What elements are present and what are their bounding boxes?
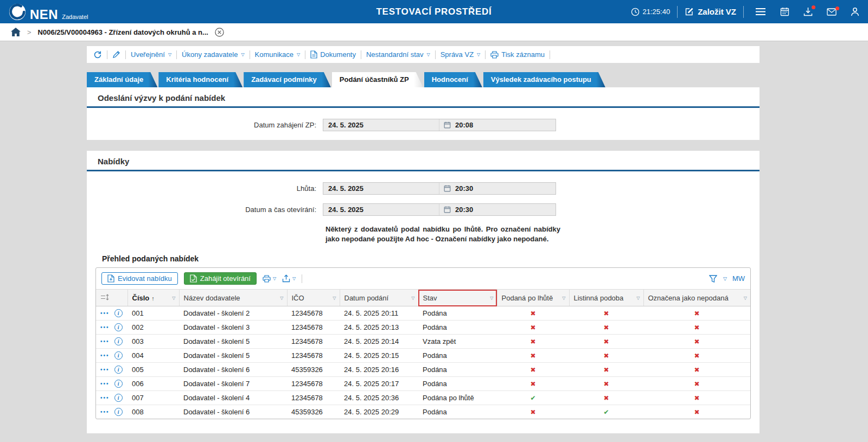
column-filter-icon[interactable]: ▽ [280,296,283,300]
evidovat-nabidku-button[interactable]: Evidovat nabídku [101,272,178,285]
info-icon[interactable]: i [114,408,123,416]
row-actions-icon[interactable]: ••• [100,395,110,401]
toolbar-item-nestandardni-stav[interactable]: Nestandardní stav▽ [366,50,430,59]
cell-datum: 24. 5. 2025 20:29 [340,405,418,419]
column-header-stav[interactable]: Stav▽ [418,290,497,306]
tab-podani-ucastniku-zp[interactable]: Podání účastníků ZP [332,72,423,87]
table-row[interactable]: •••i007Dodavatel - školení 41234567824. … [96,391,750,405]
toolbar-item-ukony-zadavatele[interactable]: Úkony zadavatele▽ [182,50,245,59]
column-header-po-lhute[interactable]: Podaná po lhůtě▽ [497,290,569,306]
row-tools-cell: •••i [96,405,127,419]
calendar-icon[interactable] [444,185,451,192]
column-header-listinna[interactable]: Listinná podoba▽ [569,290,643,306]
menu-button[interactable] [755,8,766,16]
column-config-icon[interactable] [100,294,109,300]
column-header-datum[interactable]: Datum podání▽ [340,290,418,306]
cross-icon: ✖ [694,324,699,331]
tab-zadavaci-podminky[interactable]: Zadávací podmínky [244,72,331,87]
info-icon[interactable]: i [114,323,123,331]
calendar-icon[interactable] [444,206,451,213]
messages-button[interactable] [827,8,837,16]
tab-kriteria-hodnoceni[interactable]: Kritéria hodnocení [158,72,242,87]
row-actions-icon[interactable]: ••• [100,367,110,373]
table-row[interactable]: •••i001Dodavatel - školení 21234567824. … [96,306,750,321]
environment-title: TESTOVACÍ PROSTŘEDÍ [376,7,492,17]
date-input[interactable]: 24. 5. 2025 [323,184,439,193]
table-row[interactable]: •••i005Dodavatel - školení 64535932624. … [96,363,750,377]
cell-po-lhute: ✖ [497,306,569,321]
info-icon[interactable]: i [114,309,123,317]
export-button[interactable]: ▽ [282,274,296,283]
toolbar-item-komunikace[interactable]: Komunikace▽ [255,50,301,59]
tab-vysledek-zadavaciho-postupu[interactable]: Výsledek zadávacího postupu [483,72,605,87]
row-actions-icon[interactable]: ••• [100,409,110,415]
table-row[interactable]: •••i008Dodavatel - školení 64535932624. … [96,405,750,419]
column-filter-icon[interactable]: ▽ [172,296,175,300]
tab-zakladni-udaje[interactable]: Základní údaje [87,72,157,87]
table-row[interactable]: •••i003Dodavatel - školení 51234567824. … [96,335,750,349]
info-icon[interactable]: i [114,351,123,360]
table-row[interactable]: •••i002Dodavatel - školení 31234567824. … [96,321,750,335]
field-label: Lhůta: [87,184,323,193]
table-row[interactable]: •••i004Dodavatel - školení 51234567824. … [96,349,750,363]
toolbar-item-tisk-zaznamu[interactable]: Tisk záznamu [490,50,545,59]
info-icon[interactable]: i [114,380,123,388]
profile-button[interactable] [851,7,859,16]
breadcrumb-item[interactable]: N006/25/V00004963 - Zřízení datových okr… [38,28,208,36]
row-actions-icon[interactable]: ••• [100,381,110,387]
info-icon[interactable]: i [114,337,123,345]
date-input[interactable]: 24. 5. 2025 [323,121,439,129]
edit-record-button[interactable] [112,50,120,59]
column-header-ico[interactable]: IČO▽ [287,290,340,306]
create-vz-button[interactable]: Založit VZ [685,7,736,16]
column-header-nazev[interactable]: Název dodavatele▽ [179,290,287,306]
zahajit-otevirani-button[interactable]: Zahájit otevírání [184,272,257,285]
nen-brand[interactable]: NEN Zadavatel [9,3,88,21]
column-filter-icon[interactable]: ▽ [411,296,414,300]
cell-listinna: ✖ [569,306,643,321]
time-input[interactable]: 20:08 [455,121,473,129]
history-button[interactable] [93,50,102,59]
column-header-cislo[interactable]: Číslo↑▽ [127,290,179,306]
row-actions-icon[interactable]: ••• [100,310,110,316]
column-filter-icon[interactable]: ▽ [490,296,493,300]
offers-heading: Přehled podaných nabídek [102,254,760,263]
clock-icon [631,8,640,16]
column-filter-icon[interactable]: ▽ [744,296,747,300]
table-row[interactable]: •••i006Dodavatel - školení 71234567824. … [96,377,750,391]
tab-hodnoceni[interactable]: Hodnocení [424,72,482,87]
column-header-nepodana[interactable]: Označena jako nepodaná▽ [643,290,750,306]
record-toolbar-items: Uveřejnění▽Úkony zadavatele▽Komunikace▽D… [131,50,550,59]
toolbar-item-dokumenty[interactable]: Dokumenty [310,50,356,59]
time-input[interactable]: 20:30 [455,184,473,193]
breadcrumb-close-button[interactable] [215,28,224,37]
row-actions-icon[interactable]: ••• [100,353,110,358]
mw-view-label[interactable]: MW [732,274,745,283]
view-dropdown-icon[interactable]: ▽ [723,276,727,281]
downloads-button[interactable] [803,7,813,16]
info-icon[interactable]: i [114,366,123,374]
column-filter-icon[interactable]: ▽ [562,296,565,300]
home-button[interactable] [11,28,21,36]
toolbar-item-sprava-vz[interactable]: Správa VZ▽ [441,50,481,59]
filter-button[interactable] [709,275,717,283]
cell-nepodana: ✖ [643,306,750,321]
chevron-down-icon: ▽ [168,52,171,57]
row-actions-icon[interactable]: ••• [100,324,110,330]
calendar-button[interactable] [780,7,789,16]
date-input[interactable]: 24. 5. 2025 [323,206,439,214]
row-actions-icon[interactable]: ••• [100,338,110,344]
user-icon [851,7,859,16]
column-header-tools[interactable] [96,290,127,306]
column-filter-icon[interactable]: ▽ [636,296,640,300]
tab-bar: Základní údajeKritéria hodnoceníZadávací… [87,72,760,87]
calendar-icon[interactable] [444,121,451,129]
time-input[interactable]: 20:30 [455,206,473,214]
cell-cislo: 003 [127,335,179,349]
row-tools-cell: •••i [96,363,127,377]
toolbar-item-uverejneni[interactable]: Uveřejnění▽ [131,50,171,59]
info-icon[interactable]: i [114,394,123,402]
print-button[interactable]: ▽ [263,275,276,283]
cross-icon: ✖ [530,324,535,331]
column-filter-icon[interactable]: ▽ [333,296,336,300]
